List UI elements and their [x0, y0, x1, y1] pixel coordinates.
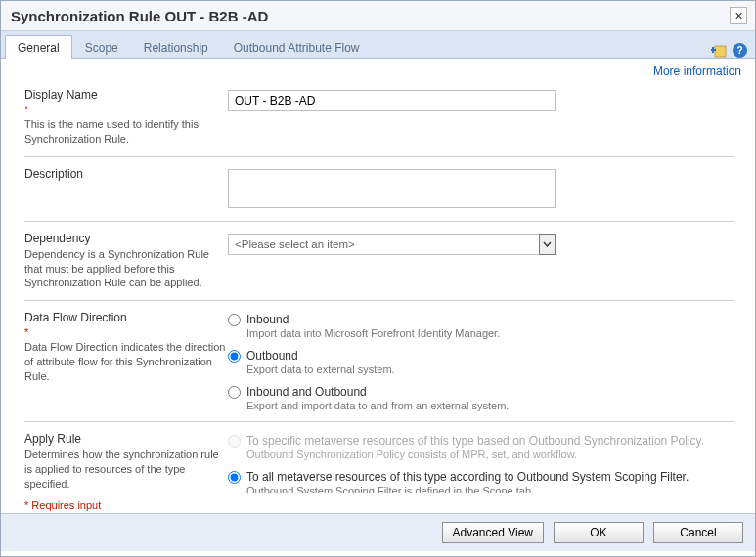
dataflow-radio-inbound[interactable]	[228, 314, 241, 326]
dataflow-both-title: Inbound and Outbound	[246, 385, 509, 399]
add-item-icon[interactable]	[711, 44, 727, 58]
dataflow-outbound-title: Outbound	[246, 349, 395, 363]
tab-bar: General Scope Relationship Outbound Attr…	[1, 31, 755, 59]
dataflow-outbound-sub: Export data to external system.	[246, 364, 395, 375]
dataflow-both-sub: Export and import data to and from an ex…	[246, 400, 509, 411]
tab-outbound-attribute-flow[interactable]: Outbound Attribute Flow	[221, 35, 373, 59]
dialog-footer: Advanced View OK Cancel	[1, 513, 755, 551]
dependency-select-arrow[interactable]	[539, 234, 556, 255]
display-name-desc: This is the name used to identify this S…	[24, 117, 228, 147]
ok-button[interactable]: OK	[554, 522, 644, 543]
dataflow-required: *	[24, 326, 228, 338]
applyrule-desc: Determines how the synchronization rule …	[24, 448, 228, 492]
requires-input-note: * Requires input	[1, 493, 755, 513]
dataflow-inbound-title: Inbound	[246, 313, 500, 326]
close-button[interactable]: ✕	[730, 7, 747, 24]
applyrule-radio-scoping[interactable]	[228, 471, 241, 484]
applyrule-radio-policy	[228, 435, 241, 448]
tab-general[interactable]: General	[5, 35, 72, 59]
chevron-down-icon	[543, 241, 552, 247]
dependency-desc: Dependency is a Synchronization Rule tha…	[24, 247, 228, 291]
display-name-input[interactable]	[228, 90, 556, 111]
dataflow-desc: Data Flow Direction indicates the direct…	[24, 340, 228, 384]
tab-scope[interactable]: Scope	[72, 35, 131, 59]
dependency-label: Dependency	[24, 232, 228, 245]
dataflow-radio-outbound[interactable]	[228, 350, 241, 363]
dataflow-radio-group: Inbound Import data into Microsoft Foref…	[228, 313, 734, 411]
applyrule-scoping-title: To all metaverse resources of this type …	[246, 470, 689, 484]
help-icon[interactable]: ?	[733, 43, 747, 58]
description-label: Description	[24, 167, 228, 181]
dependency-placeholder: <Please select an item>	[235, 238, 355, 250]
dataflow-label: Data Flow Direction	[24, 311, 228, 324]
titlebar: Synchronization Rule OUT - B2B -AD ✕	[1, 1, 755, 31]
applyrule-radio-group: To specific metaverse resources of this …	[228, 434, 734, 493]
dependency-select[interactable]: <Please select an item>	[228, 234, 556, 255]
applyrule-policy-title: To specific metaverse resources of this …	[246, 434, 704, 448]
tab-relationship[interactable]: Relationship	[131, 35, 221, 59]
svg-rect-0	[715, 46, 726, 57]
advanced-view-button[interactable]: Advanced View	[442, 522, 545, 543]
applyrule-scoping-sub: Outbound System Scoping Filter is define…	[246, 485, 689, 493]
more-information-link[interactable]: More information	[653, 64, 741, 78]
display-name-label: Display Name	[24, 88, 228, 102]
applyrule-label: Apply Rule	[24, 432, 228, 446]
cancel-button[interactable]: Cancel	[653, 522, 743, 543]
form-content: Display Name * This is the name used to …	[1, 78, 755, 493]
close-icon: ✕	[734, 10, 743, 22]
dataflow-inbound-sub: Import data into Microsoft Forefront Ide…	[246, 327, 500, 339]
display-name-required: *	[24, 104, 228, 115]
window-title: Synchronization Rule OUT - B2B -AD	[11, 8, 268, 24]
dataflow-radio-both[interactable]	[228, 386, 241, 399]
applyrule-policy-sub: Outbound Synchronization Policy consists…	[246, 449, 704, 460]
description-input[interactable]	[228, 169, 556, 208]
